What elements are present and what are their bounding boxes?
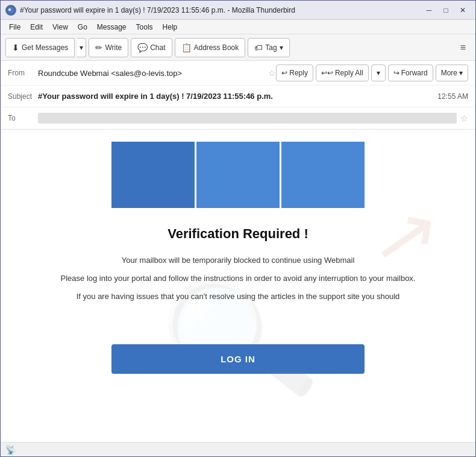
email-body[interactable]: 🔍 ↗ Verification Required ! Your mailbox… (1, 130, 475, 442)
to-value (38, 113, 457, 124)
svg-point-1 (8, 8, 11, 11)
reply-label: Reply (289, 69, 308, 77)
menu-view[interactable]: View (48, 22, 73, 33)
reply-icon: ↩ (281, 69, 287, 77)
forward-button[interactable]: ↪ Forward (388, 65, 433, 81)
menu-file[interactable]: File (4, 22, 25, 33)
reply-all-icon: ↩↩ (321, 69, 333, 77)
reply-all-button[interactable]: ↩↩ Reply All (316, 65, 369, 81)
address-book-icon: 📋 (181, 43, 192, 52)
window-title: #Your password will expire in 1 day(s) !… (20, 6, 421, 14)
from-label: From (8, 69, 38, 77)
forward-label: Forward (401, 69, 428, 77)
tag-dropdown-icon: ▾ (280, 43, 283, 52)
minimize-button[interactable]: ─ (421, 4, 437, 16)
chat-icon: 💬 (137, 43, 148, 52)
email-body-inner: 🔍 ↗ Verification Required ! Your mailbox… (1, 142, 475, 442)
app-icon (5, 5, 16, 16)
status-bar: 📡 (1, 442, 475, 456)
write-button[interactable]: ✏ Write (89, 38, 128, 57)
login-button-container: LOG IN (1, 320, 475, 392)
banner-section-3 (281, 142, 365, 208)
banner-section-1 (111, 142, 195, 208)
reply-all-label: Reply All (335, 69, 363, 77)
write-label: Write (105, 43, 122, 52)
menu-message[interactable]: Message (92, 22, 131, 33)
menu-tools[interactable]: Tools (131, 22, 158, 33)
tag-button[interactable]: 🏷 Tag ▾ (248, 38, 289, 57)
forward-icon: ↪ (393, 69, 399, 77)
connection-icon: 📡 (5, 445, 16, 455)
get-messages-button[interactable]: ⬇ Get Messages (5, 38, 75, 57)
window-controls: ─ □ ✕ (421, 4, 471, 16)
hamburger-menu-button[interactable]: ≡ (456, 39, 471, 56)
reply-all-dropdown-icon: ▾ (377, 69, 380, 77)
menu-bar: File Edit View Go Message Tools Help (1, 20, 475, 34)
login-button[interactable]: LOG IN (111, 344, 365, 374)
close-button[interactable]: ✕ (455, 4, 471, 16)
toolbar: ⬇ Get Messages ▾ ✏ Write 💬 Chat 📋 Addres… (1, 34, 475, 61)
get-messages-icon: ⬇ (12, 43, 19, 52)
address-book-button[interactable]: 📋 Address Book (175, 38, 246, 57)
email-time: 12:55 AM (437, 92, 468, 101)
to-star-icon[interactable]: ☆ (460, 113, 468, 123)
email-paragraph-3: If you are having issues that you can't … (37, 290, 439, 303)
title-bar: #Your password will expire in 1 day(s) !… (1, 1, 475, 20)
menu-edit[interactable]: Edit (25, 22, 48, 33)
menu-help[interactable]: Help (158, 22, 183, 33)
email-content: Verification Required ! Your mailbox wil… (1, 208, 475, 320)
subject-row: Subject #Your password will expire in 1 … (1, 86, 475, 107)
get-messages-dropdown-icon: ▾ (80, 43, 83, 52)
subject-value: #Your password will expire in 1 day(s) !… (38, 92, 437, 101)
to-row: To ☆ (1, 107, 475, 129)
blue-banner (111, 142, 365, 208)
subject-label: Subject (8, 92, 38, 101)
main-window: #Your password will expire in 1 day(s) !… (0, 0, 476, 457)
write-icon: ✏ (95, 43, 102, 52)
tag-label: Tag (265, 43, 277, 52)
reply-button[interactable]: ↩ Reply (276, 65, 313, 81)
get-messages-label: Get Messages (22, 43, 68, 52)
get-messages-dropdown-button[interactable]: ▾ (77, 38, 86, 57)
more-button[interactable]: More ▾ (436, 65, 468, 81)
watermark-container: 🔍 ↗ Verification Required ! Your mailbox… (1, 142, 475, 442)
address-book-label: Address Book (194, 43, 239, 52)
menu-go[interactable]: Go (73, 22, 92, 33)
chat-label: Chat (150, 43, 165, 52)
email-paragraph-1: Your mailbox will be temporarily blocked… (37, 254, 439, 267)
maximize-button[interactable]: □ (438, 4, 454, 16)
email-paragraph-2: Please log into your portal and follow t… (37, 272, 439, 285)
star-icon[interactable]: ☆ (268, 68, 276, 78)
email-heading: Verification Required ! (37, 226, 439, 242)
from-row: From Roundcube Webmai <sales@o-levis.top… (1, 61, 475, 86)
more-dropdown-icon: ▾ (459, 69, 463, 77)
tag-icon: 🏷 (254, 43, 263, 52)
email-header: From Roundcube Webmai <sales@o-levis.top… (1, 61, 475, 130)
chat-button[interactable]: 💬 Chat (131, 38, 172, 57)
more-label: More (441, 69, 457, 77)
to-label: To (8, 114, 38, 122)
from-value: Roundcube Webmai <sales@o-levis.top> (38, 69, 265, 78)
banner-section-2 (196, 142, 280, 208)
reply-all-dropdown-button[interactable]: ▾ (371, 65, 386, 81)
email-actions: ↩ Reply ↩↩ Reply All ▾ ↪ Forward More ▾ (276, 65, 468, 81)
